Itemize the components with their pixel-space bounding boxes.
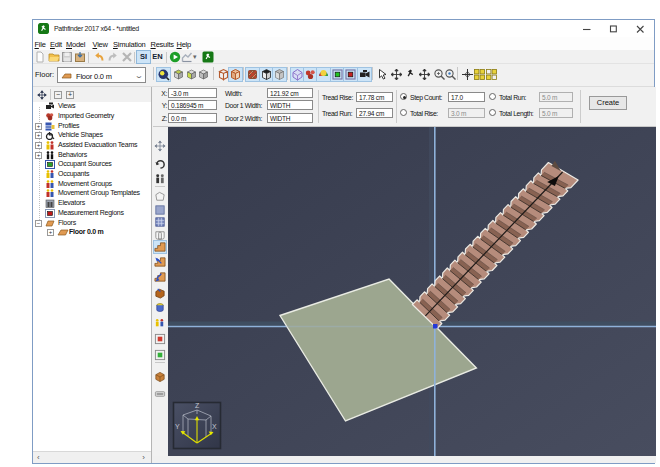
svg-text:Z: Z xyxy=(195,402,200,409)
svg-text:X: X xyxy=(212,423,217,430)
svg-text:Y: Y xyxy=(175,423,180,430)
